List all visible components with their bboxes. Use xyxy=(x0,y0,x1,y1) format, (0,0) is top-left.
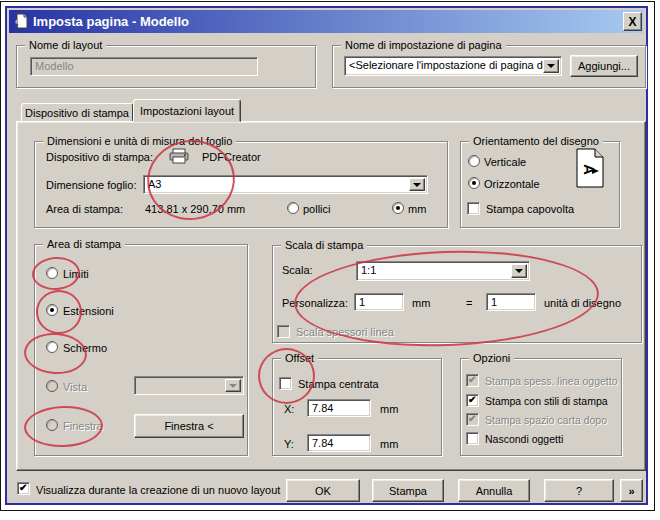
print-button[interactable]: Stampa xyxy=(372,479,444,502)
center-plot-label: Stampa centrata xyxy=(298,378,379,390)
page-setup-name-group-label: Nome di impostazione di pagina xyxy=(341,38,506,52)
more-options-button[interactable]: » xyxy=(620,479,643,502)
add-button[interactable]: Aggiungi... xyxy=(570,55,638,77)
display-on-new-layout-checkbox[interactable] xyxy=(17,482,30,495)
printer-icon xyxy=(168,148,190,164)
offset-x-field[interactable]: 7.84 xyxy=(307,399,371,417)
print-device-label: Dispositivo di stampa: xyxy=(46,151,153,163)
window-button[interactable]: Finestra < xyxy=(134,414,244,438)
extents-radio-label: Estensioni xyxy=(63,305,114,317)
page-setup-icon xyxy=(13,13,29,29)
options-group-label: Opzioni xyxy=(469,351,514,365)
printable-area-label: Area di stampa: xyxy=(46,203,123,215)
extents-radio[interactable] xyxy=(46,304,58,316)
printable-area-value: 413.81 x 290.70 mm xyxy=(145,203,245,215)
offset-y-field[interactable]: 7.84 xyxy=(307,434,371,452)
title-bar[interactable]: Imposta pagina - Modello xyxy=(9,10,643,33)
help-button[interactable]: ? xyxy=(544,479,614,502)
chevron-down-icon[interactable] xyxy=(409,178,425,191)
tab-layout-settings[interactable]: Impostazioni layout xyxy=(133,99,241,122)
window-title: Imposta pagina - Modello xyxy=(33,14,189,29)
orientation-group-label: Orientamento del disegno xyxy=(469,134,603,148)
scale-lineweights-label: Scala spessori linea xyxy=(296,326,394,338)
plot-with-plot-styles-checkbox[interactable] xyxy=(466,394,479,407)
offset-y-label: Y: xyxy=(284,438,294,450)
ok-button[interactable]: OK xyxy=(286,479,360,502)
equals-sign: = xyxy=(466,297,472,309)
scale-value: 1:1 xyxy=(361,264,376,276)
print-device-value: PDFCreator xyxy=(202,151,261,163)
custom-scale-label: Personalizza: xyxy=(282,297,348,309)
chevron-down-icon xyxy=(225,379,241,392)
chevron-down-icon[interactable] xyxy=(511,264,527,278)
cancel-button[interactable]: Annulla xyxy=(458,479,530,502)
offset-x-label: X: xyxy=(284,403,294,415)
inches-radio-label: pollici xyxy=(303,203,331,215)
plot-area-group-label: Area di stampa xyxy=(43,237,125,251)
paper-size-group-label: Dimensioni e unità di misura del foglio xyxy=(43,134,236,148)
portrait-radio-label: Verticale xyxy=(484,156,526,168)
drawing-units-label: unità di disegno xyxy=(544,297,621,309)
custom-mm-field[interactable]: 1 xyxy=(354,293,404,311)
page-setup-name-value: <Selezionare l'impostazione di pagina da xyxy=(349,59,549,71)
plot-with-plot-styles-label: Stampa con stili di stampa xyxy=(485,395,608,407)
custom-mm-unit-label: mm xyxy=(412,297,430,309)
mm-radio-label: mm xyxy=(408,203,426,215)
view-combobox xyxy=(134,376,244,395)
offset-x-unit: mm xyxy=(380,403,398,415)
layout-name-field: Modello xyxy=(30,57,258,76)
limits-radio-label: Limiti xyxy=(63,268,89,280)
scale-lineweights-checkbox xyxy=(277,325,290,338)
display-on-new-layout-label: Visualizza durante la creazione di un nu… xyxy=(36,484,280,496)
paper-size-value: A3 xyxy=(148,178,161,190)
limits-radio[interactable] xyxy=(46,267,58,279)
display-radio-label: Schermo xyxy=(63,342,107,354)
plot-object-lineweights-label: Stampa spess. linea oggetto xyxy=(485,375,618,387)
display-radio[interactable] xyxy=(46,341,58,353)
window-radio xyxy=(46,419,58,431)
plot-paperspace-last-checkbox xyxy=(466,413,479,426)
plot-scale-group-label: Scala di stampa xyxy=(281,238,367,252)
landscape-radio-label: Orizzontale xyxy=(484,178,540,190)
portrait-radio[interactable] xyxy=(468,155,480,167)
upside-down-checkbox-label: Stampa capovolta xyxy=(486,203,574,215)
close-icon[interactable]: X xyxy=(623,12,642,31)
scale-combobox[interactable]: 1:1 xyxy=(356,261,530,281)
plot-object-lineweights-checkbox xyxy=(466,374,479,387)
plot-paperspace-last-label: Stampa spazio carta dopo xyxy=(485,414,607,426)
window-radio-label: Finestra xyxy=(63,420,103,432)
view-radio xyxy=(46,380,58,392)
mm-radio[interactable] xyxy=(392,202,404,214)
landscape-page-icon: A xyxy=(576,148,604,188)
paper-size-combobox[interactable]: A3 xyxy=(143,175,428,194)
inches-radio[interactable] xyxy=(287,202,299,214)
offset-group-label: Offset xyxy=(281,351,318,365)
layout-name-group-label: Nome di layout xyxy=(25,38,106,52)
hide-objects-checkbox[interactable] xyxy=(466,432,479,445)
page-setup-name-combobox[interactable]: <Selezionare l'impostazione di pagina da xyxy=(344,56,562,76)
paper-size-label: Dimensione foglio: xyxy=(46,179,137,191)
scale-label: Scala: xyxy=(282,264,313,276)
chevron-down-icon[interactable] xyxy=(543,59,559,73)
view-radio-label: Vista xyxy=(63,381,87,393)
tab-print-device[interactable]: Dispositivo di stampa xyxy=(21,103,133,122)
hide-objects-label: Nascondi oggetti xyxy=(485,433,563,445)
custom-units-field[interactable]: 1 xyxy=(486,293,536,311)
upside-down-checkbox[interactable] xyxy=(467,202,480,215)
landscape-radio[interactable] xyxy=(468,177,480,189)
offset-y-unit: mm xyxy=(380,438,398,450)
page-setup-dialog-screenshot: Imposta pagina - Modello X Nome di layou… xyxy=(0,0,660,520)
center-plot-checkbox[interactable] xyxy=(279,377,292,390)
